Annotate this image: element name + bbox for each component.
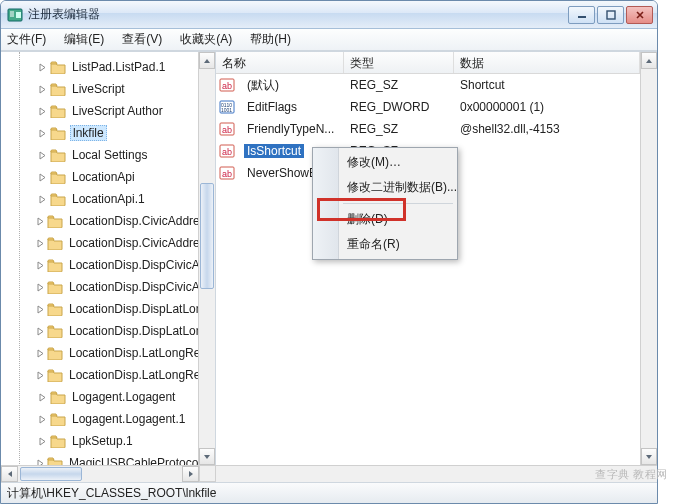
folder-icon — [47, 280, 63, 294]
list-scrollbar-v[interactable] — [640, 52, 657, 465]
column-headers[interactable]: 名称 类型 数据 — [216, 52, 640, 74]
expand-icon[interactable] — [36, 107, 48, 116]
tree-scrollbar-v[interactable] — [198, 52, 215, 465]
scroll-right-button[interactable] — [182, 466, 199, 482]
expand-icon[interactable] — [36, 129, 48, 138]
tree[interactable]: ListPad.ListPad.1LiveScriptLiveScript Au… — [1, 52, 198, 465]
tree-item[interactable]: LiveScript Author — [20, 100, 198, 122]
tree-item[interactable]: LocationDisp.DispCivicAddressReport.1 — [20, 276, 198, 298]
expand-icon[interactable] — [36, 327, 45, 336]
tree-item[interactable]: LiveScript — [20, 78, 198, 100]
value-row[interactable]: ab(默认)REG_SZShortcut — [216, 74, 640, 96]
tree-item[interactable]: LocationDisp.DispCivicAddressReport — [20, 254, 198, 276]
scroll-track[interactable] — [199, 69, 215, 448]
scroll-down-button[interactable] — [641, 448, 657, 465]
scroll-up-button[interactable] — [641, 52, 657, 69]
folder-icon — [50, 412, 66, 426]
expand-icon[interactable] — [36, 437, 48, 446]
tree-item[interactable]: ListPad.ListPad.1 — [20, 56, 198, 78]
expand-icon[interactable] — [36, 217, 45, 226]
menu-view[interactable]: 查看(V) — [122, 31, 162, 48]
tree-item[interactable]: LocationDisp.LatLongReportFactory.1 — [20, 364, 198, 386]
window-title: 注册表编辑器 — [28, 6, 568, 23]
context-menu-item[interactable]: 重命名(R) — [315, 232, 455, 257]
expand-icon[interactable] — [36, 151, 48, 160]
col-type[interactable]: 类型 — [344, 52, 454, 73]
value-data: 0x00000001 (1) — [454, 100, 640, 114]
expand-icon[interactable] — [36, 63, 48, 72]
col-data[interactable]: 数据 — [454, 52, 640, 73]
tree-item[interactable]: LocationDisp.DispLatLongReport.1 — [20, 320, 198, 342]
tree-item-label: LocationDisp.DispLatLongReport.1 — [67, 324, 198, 338]
menu-edit[interactable]: 编辑(E) — [64, 31, 104, 48]
expand-icon[interactable] — [36, 173, 48, 182]
tree-item[interactable]: LocationApi.1 — [20, 188, 198, 210]
titlebar[interactable]: 注册表编辑器 — [1, 1, 657, 29]
svg-rect-2 — [607, 11, 615, 19]
folder-icon — [50, 192, 66, 206]
scroll-left-button[interactable] — [1, 466, 18, 482]
tree-item[interactable]: MagicUSBCableProtocol — [20, 452, 198, 465]
expand-icon[interactable] — [36, 415, 48, 424]
tree-item[interactable]: Logagent.Logagent — [20, 386, 198, 408]
scroll-corner — [199, 465, 216, 482]
expand-icon[interactable] — [36, 283, 45, 292]
scroll-down-button[interactable] — [199, 448, 215, 465]
scroll-up-button[interactable] — [199, 52, 215, 69]
menu-favorites[interactable]: 收藏夹(A) — [180, 31, 232, 48]
app-icon — [7, 7, 28, 23]
tree-item[interactable]: LocationDisp.DispLatLongReport — [20, 298, 198, 320]
minimize-button[interactable] — [568, 6, 595, 24]
tree-item-label: LpkSetup.1 — [70, 434, 135, 448]
folder-icon — [47, 324, 63, 338]
expand-icon[interactable] — [36, 261, 45, 270]
menu-file[interactable]: 文件(F) — [7, 31, 46, 48]
tree-item-label: LocationDisp.CivicAddressReportFactory.1 — [67, 236, 198, 250]
expand-icon[interactable] — [36, 85, 48, 94]
folder-icon — [50, 148, 66, 162]
tree-item[interactable]: LocationDisp.CivicAddressReportFactory.1 — [20, 232, 198, 254]
scroll-thumb[interactable] — [200, 183, 214, 289]
tree-item-label: LocationDisp.LatLongReportFactory.1 — [67, 368, 198, 382]
tree-item[interactable]: LpkSetup.1 — [20, 430, 198, 452]
scroll-track-h[interactable] — [18, 466, 182, 482]
menu-help[interactable]: 帮助(H) — [250, 31, 291, 48]
expand-icon[interactable] — [36, 305, 45, 314]
context-menu[interactable]: 修改(M)…修改二进制数据(B)...删除(D)重命名(R) — [312, 147, 458, 260]
folder-icon — [50, 434, 66, 448]
scroll-thumb-h[interactable] — [20, 467, 82, 481]
expand-icon[interactable] — [36, 239, 45, 248]
folder-icon — [50, 126, 66, 140]
value-name: FriendlyTypeN... — [238, 122, 344, 136]
tree-item[interactable]: LocationApi — [20, 166, 198, 188]
context-menu-item[interactable]: 修改(M)… — [315, 150, 455, 175]
tree-item-label: LocationDisp.DispCivicAddressReport.1 — [67, 280, 198, 294]
close-button[interactable] — [626, 6, 653, 24]
expand-icon[interactable] — [36, 195, 48, 204]
tree-item[interactable]: LocationDisp.CivicAddressReportFactory — [20, 210, 198, 232]
scroll-track[interactable] — [641, 69, 657, 448]
svg-text:ab: ab — [222, 169, 232, 179]
tree-item[interactable]: lnkfile — [20, 122, 198, 144]
value-row[interactable]: 01101001EditFlagsREG_DWORD0x00000001 (1) — [216, 96, 640, 118]
string-icon: ab — [216, 77, 238, 93]
expand-icon[interactable] — [36, 393, 48, 402]
tree-scrollbar-h[interactable] — [1, 465, 199, 482]
delete-highlight — [317, 198, 406, 221]
watermark: 查字典 教程网 — [595, 467, 668, 482]
value-name: EditFlags — [238, 100, 344, 114]
col-name[interactable]: 名称 — [216, 52, 344, 73]
menubar[interactable]: 文件(F) 编辑(E) 查看(V) 收藏夹(A) 帮助(H) — [1, 29, 657, 51]
expand-icon[interactable] — [36, 371, 45, 380]
maximize-button[interactable] — [597, 6, 624, 24]
svg-text:ab: ab — [222, 125, 232, 135]
tree-item[interactable]: LocationDisp.LatLongReportFactory — [20, 342, 198, 364]
folder-icon — [50, 104, 66, 118]
expand-icon[interactable] — [36, 349, 45, 358]
svg-text:ab: ab — [222, 81, 232, 91]
tree-item[interactable]: Logagent.Logagent.1 — [20, 408, 198, 430]
tree-item[interactable]: Local Settings — [20, 144, 198, 166]
context-menu-item[interactable]: 修改二进制数据(B)... — [315, 175, 455, 200]
value-row[interactable]: abFriendlyTypeN...REG_SZ@shell32.dll,-41… — [216, 118, 640, 140]
tree-item-label: MagicUSBCableProtocol — [67, 456, 198, 465]
